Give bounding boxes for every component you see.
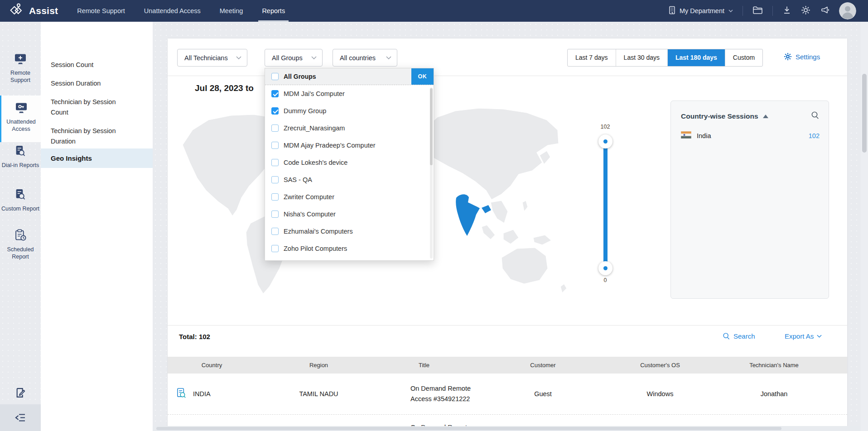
nav-unattended-access[interactable]: Unattended Access bbox=[144, 0, 201, 22]
collapse-sidebar-button[interactable] bbox=[0, 404, 41, 431]
rail-label: Unattended Access bbox=[1, 118, 41, 133]
submenu-technician-by-session-duration[interactable]: Technician by Session Duration bbox=[41, 126, 153, 147]
range-last-30-days[interactable]: Last 30 days bbox=[616, 49, 667, 66]
group-checkbox[interactable] bbox=[271, 176, 279, 183]
groups-filter-value: All Groups bbox=[272, 54, 303, 62]
rail-label: Remote Support bbox=[0, 69, 41, 84]
nav-meeting[interactable]: Meeting bbox=[220, 0, 243, 22]
group-checkbox[interactable] bbox=[271, 228, 279, 235]
rail-item-unattended-access[interactable]: Unattended Access bbox=[0, 96, 41, 142]
continent-asia bbox=[419, 108, 559, 200]
department-selector[interactable]: My Department bbox=[669, 6, 733, 16]
group-checkbox[interactable] bbox=[271, 159, 279, 166]
range-last-180-days[interactable]: Last 180 days bbox=[667, 49, 725, 66]
nav-reports[interactable]: Reports bbox=[262, 0, 285, 22]
table-row[interactable]: INDIA TAMIL NADU On Demand Remote Access… bbox=[168, 374, 847, 415]
reports-submenu: Session Count Session Duration Technicia… bbox=[41, 22, 153, 431]
range-custom[interactable]: Custom bbox=[725, 49, 762, 66]
scale-slider-max-handle[interactable] bbox=[598, 134, 612, 148]
group-option[interactable]: Zoho Pilot Computers bbox=[265, 240, 434, 257]
nav-remote-support[interactable]: Remote Support bbox=[77, 0, 125, 22]
rail-item-remote-support[interactable]: Remote Support bbox=[0, 53, 41, 84]
column-header-customer: Customer bbox=[467, 362, 619, 369]
submenu-geo-insights[interactable]: Geo Insights bbox=[41, 148, 153, 168]
rail-item-custom-report[interactable]: Custom Report bbox=[0, 188, 41, 212]
submenu-label: Technician by Session Duration bbox=[51, 126, 128, 147]
technicians-filter-value: All Technicians bbox=[184, 54, 228, 62]
cell-region: TAMIL NADU bbox=[256, 390, 381, 397]
submenu-technician-by-session-count[interactable]: Technician by Session Count bbox=[41, 97, 153, 118]
vertical-scrollbar-thumb[interactable] bbox=[862, 74, 867, 153]
export-as-button[interactable]: Export As bbox=[785, 332, 822, 340]
sort-ascending-icon[interactable] bbox=[763, 115, 768, 118]
group-option[interactable]: SAS - QA bbox=[265, 171, 434, 188]
export-label: Export As bbox=[785, 332, 814, 340]
zoho-assist-reports-screen: Assist Remote Support Unattended Access … bbox=[0, 0, 868, 431]
primary-nav: Remote Support Unattended Access Meeting… bbox=[77, 0, 285, 22]
scale-slider-min-handle[interactable] bbox=[598, 261, 612, 275]
brand-logo[interactable]: Assist bbox=[0, 3, 58, 19]
vertical-scrollbar[interactable] bbox=[861, 22, 868, 431]
gear-icon[interactable] bbox=[801, 5, 810, 17]
total-count: Total: 102 bbox=[179, 333, 210, 340]
building-icon bbox=[669, 6, 675, 16]
group-option[interactable]: Code Lokesh's device bbox=[265, 154, 434, 171]
group-checkbox[interactable] bbox=[271, 125, 279, 132]
submenu-label: Session Duration bbox=[51, 78, 128, 89]
submenu-session-count[interactable]: Session Count bbox=[41, 60, 153, 70]
group-option[interactable]: MDM Ajay Pradeep's Computer bbox=[265, 137, 434, 154]
monitor-key-icon bbox=[14, 102, 28, 115]
group-checkbox[interactable] bbox=[271, 142, 279, 149]
dropdown-scrollbar-thumb[interactable] bbox=[430, 88, 433, 165]
chevron-down-icon bbox=[728, 10, 733, 12]
horizontal-scrollbar[interactable] bbox=[153, 426, 861, 431]
all-groups-checkbox[interactable] bbox=[271, 73, 279, 80]
settings-gear-icon bbox=[784, 53, 792, 61]
files-folder-icon[interactable] bbox=[752, 6, 763, 16]
scale-min-label: 0 bbox=[596, 277, 615, 283]
navbar-divider bbox=[743, 6, 743, 16]
region-sumatra bbox=[482, 225, 495, 239]
range-last-7-days[interactable]: Last 7 days bbox=[568, 49, 616, 66]
submenu-session-duration[interactable]: Session Duration bbox=[41, 78, 153, 89]
panel-search-icon[interactable] bbox=[811, 111, 820, 121]
feedback-icon[interactable] bbox=[0, 387, 41, 398]
group-option[interactable]: Zrecruit_Narasingam bbox=[265, 120, 434, 137]
horizontal-scrollbar-thumb[interactable] bbox=[156, 427, 781, 430]
group-label: Nisha's Computer bbox=[284, 211, 336, 218]
group-option[interactable]: MDM Jai's Computer bbox=[265, 85, 434, 102]
group-checkbox[interactable] bbox=[271, 211, 279, 218]
cell-technician-name: Jonathan bbox=[701, 390, 847, 397]
group-label: MDM Ajay Pradeep's Computer bbox=[284, 142, 376, 149]
table-search-button[interactable]: Search bbox=[723, 332, 755, 340]
column-header-country: Country bbox=[168, 362, 256, 369]
group-option[interactable]: Ezhumalai's Computers bbox=[265, 223, 434, 240]
monitor-plus-icon bbox=[14, 53, 27, 67]
group-checkbox[interactable] bbox=[271, 90, 279, 97]
dropdown-scrollbar[interactable] bbox=[430, 87, 433, 259]
group-checkbox[interactable] bbox=[271, 245, 279, 252]
settings-button[interactable]: Settings bbox=[784, 53, 820, 61]
countries-filter-dropdown[interactable]: All countries bbox=[333, 49, 397, 67]
scale-slider-track[interactable] bbox=[603, 141, 608, 268]
session-report-icon[interactable] bbox=[176, 388, 187, 400]
announcement-megaphone-icon[interactable] bbox=[820, 5, 829, 16]
group-option-partial[interactable] bbox=[265, 257, 434, 261]
groups-filter-dropdown[interactable]: All Groups bbox=[265, 49, 323, 67]
download-icon[interactable] bbox=[782, 5, 791, 16]
region-philippines bbox=[522, 201, 528, 211]
group-checkbox[interactable] bbox=[271, 107, 279, 115]
rail-item-dial-in-reports[interactable]: Dial-in Reports bbox=[0, 145, 41, 169]
group-checkbox[interactable] bbox=[271, 193, 279, 201]
region-borneo bbox=[503, 230, 519, 244]
group-option[interactable]: Dummy Group bbox=[265, 102, 434, 120]
navbar-right: My Department bbox=[669, 2, 868, 19]
user-avatar[interactable] bbox=[839, 2, 856, 19]
group-option[interactable]: Nisha's Computer bbox=[265, 206, 434, 223]
region-new-guinea bbox=[533, 235, 551, 245]
group-option[interactable]: Zwriter Computer bbox=[265, 188, 434, 206]
ok-button[interactable]: OK bbox=[411, 68, 434, 85]
column-header-title: Title bbox=[381, 362, 467, 369]
technicians-filter-dropdown[interactable]: All Technicians bbox=[177, 49, 247, 67]
rail-item-scheduled-report[interactable]: Scheduled Report bbox=[0, 229, 41, 260]
